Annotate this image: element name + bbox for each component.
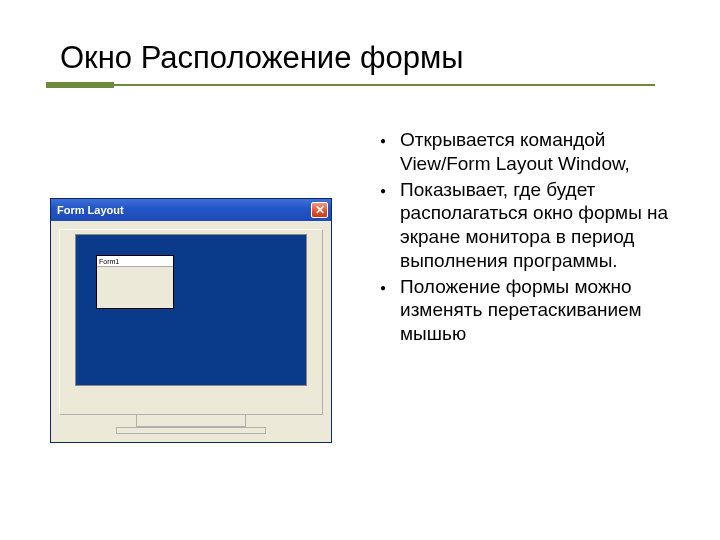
- window-title: Form Layout: [57, 204, 124, 216]
- close-icon: ✕: [315, 204, 325, 216]
- bullet-icon: ●: [380, 282, 386, 293]
- close-button[interactable]: ✕: [311, 202, 328, 218]
- bullet-list: ● Открывается командой View/Form Layout …: [380, 128, 670, 443]
- monitor-stand: [136, 415, 246, 427]
- illustration-area: Form Layout ✕ Form1: [50, 128, 350, 443]
- title-underline: [46, 82, 114, 88]
- bullet-icon: ●: [380, 135, 386, 146]
- list-item: ● Открывается командой View/Form Layout …: [380, 128, 670, 176]
- form-preview[interactable]: Form1: [96, 255, 174, 309]
- monitor-screen: Form1: [75, 234, 307, 386]
- window-body: Form1: [51, 221, 331, 442]
- bullet-icon: ●: [380, 185, 386, 196]
- form-layout-window: Form Layout ✕ Form1: [50, 198, 332, 443]
- monitor-base: [116, 427, 266, 434]
- bullet-text: Положение формы можно изменять перетаски…: [400, 275, 670, 346]
- list-item: ● Положение формы можно изменять перетас…: [380, 275, 670, 346]
- form-preview-title: Form1: [97, 256, 173, 267]
- monitor-frame: Form1: [59, 229, 323, 415]
- list-item: ● Показывает, где будет располагаться ок…: [380, 178, 670, 273]
- bullet-text: Показывает, где будет располагаться окно…: [400, 178, 670, 273]
- window-titlebar: Form Layout ✕: [51, 199, 331, 221]
- bullet-text: Открывается командой View/Form Layout Wi…: [400, 128, 670, 176]
- page-title: Окно Расположение формы: [60, 40, 670, 76]
